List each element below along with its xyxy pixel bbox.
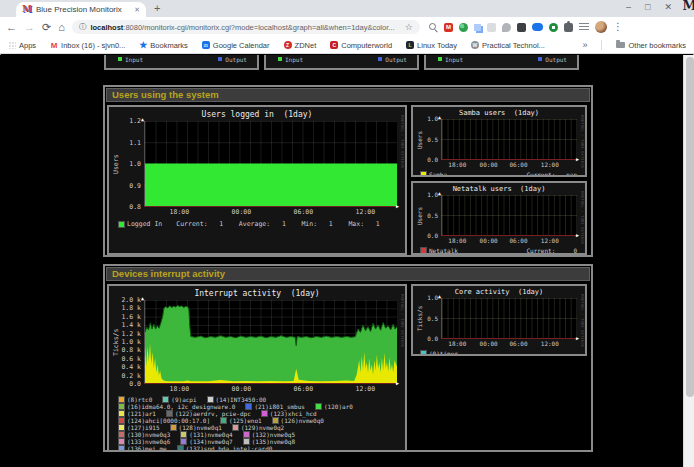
partial-graph-panel[interactable]: Input Output xyxy=(104,55,259,70)
gray-box-extension-icon[interactable] xyxy=(487,23,496,32)
legend-label: Output xyxy=(545,56,567,63)
search-icon[interactable] xyxy=(429,23,438,32)
y-tick-label: 0.4 k xyxy=(121,364,141,370)
legend-label: (124)ahci[0000:00:17.0] xyxy=(127,417,210,424)
y-axis-ticks: 1.00.50.0 xyxy=(423,192,441,239)
legend-row: (130)nvme0q3(131)nvme0q4(132)nvme0q5 xyxy=(119,431,405,438)
bookmark-label: Google Calendar xyxy=(213,41,270,50)
shell-extension-icon[interactable] xyxy=(502,23,511,32)
bookmark-computerworld[interactable]: C Computerworld xyxy=(330,41,392,50)
bookmark-bookmarks[interactable]: ★ Bookmarks xyxy=(139,41,188,50)
minimize-button[interactable]: – xyxy=(626,2,631,12)
partial-graph-panel[interactable]: Input Output xyxy=(264,55,419,70)
reload-icon[interactable]: ⟳ xyxy=(42,22,51,33)
linux-today-icon: L xyxy=(406,41,414,49)
browser-tab[interactable]: M Blue Precision Monitorix ✕ xyxy=(16,2,146,17)
y-axis-label: Ticks/s xyxy=(415,298,423,339)
extensions-puzzle-icon[interactable] xyxy=(564,23,573,32)
bookmark-inbox[interactable]: M Inbox (16) - sjvn0... xyxy=(50,41,125,50)
legend-entry: Netatalk xyxy=(421,247,458,254)
core-activity-plot[interactable]: ▲ ▶ xyxy=(441,298,577,339)
y-axis-arrow-icon: ▲ xyxy=(438,190,441,196)
users-logged-in-panel[interactable]: RRDTOOL / TOBI OETIKER Users logged in (… xyxy=(107,105,407,255)
x-tick-label: 00:00 xyxy=(480,340,498,347)
legend-output: Output xyxy=(218,56,247,68)
legend-color-swatch xyxy=(171,425,176,430)
y-tick-label: 1.0 xyxy=(427,116,438,122)
legend-entry: (129)nvme0q2 xyxy=(233,424,284,431)
bookmark-star-icon[interactable]: ☆ xyxy=(405,22,413,32)
legend-row: (8)rtc0(9)acpi(14)INT3450:00 xyxy=(119,396,405,403)
back-icon[interactable]: ← xyxy=(6,22,17,33)
y-tick-label: 0.0 xyxy=(427,233,438,239)
new-tab-button[interactable]: + xyxy=(154,3,160,14)
users-logged-in-plot[interactable]: ▲ ▶ xyxy=(144,121,397,207)
legend-color-swatch xyxy=(163,397,168,402)
legend-label: Samba xyxy=(429,171,447,177)
legend-entry: (136)mei_me xyxy=(119,445,167,452)
x-tick-label: 06:00 xyxy=(509,161,527,168)
interrupt-activity-plot[interactable]: ▲ ▶ xyxy=(144,300,397,384)
legend-output: Output xyxy=(538,56,567,68)
netatalk-users-plot[interactable]: ▲ ▶ xyxy=(441,195,577,236)
partial-graph-panel[interactable]: Input Output xyxy=(424,55,579,70)
graph-main: Users 1.00.50.0 ▲ ▶ xyxy=(415,195,577,236)
y-tick-label: 0.5 xyxy=(427,316,438,322)
y-axis-ticks: 1.00.50.0 xyxy=(423,116,441,163)
core-activity-panel[interactable]: RRDTOOL / TOBI OETIKER Core activity (1d… xyxy=(411,284,587,356)
legend-label: (21)i801_smbus xyxy=(254,403,305,410)
green-circle-extension-icon[interactable] xyxy=(549,23,558,32)
legend-label: (135)nvme0q8 xyxy=(252,438,295,445)
legend-output: Output xyxy=(378,56,407,68)
blue-oval-extension-icon[interactable] xyxy=(532,23,543,31)
graph-legend: Netatalk Current: 0 xyxy=(421,247,577,254)
info-icon[interactable]: ⓘ xyxy=(79,22,87,32)
url-text[interactable]: localhost:8080/monitorix-cgi/monitorix.c… xyxy=(90,23,400,32)
bookmark-zdnet[interactable]: Z ZDNet xyxy=(284,41,317,50)
section-interrupts-body: RRDTOOL / TOBI OETIKER Interrupt activit… xyxy=(105,282,591,452)
dark-square-extension-icon[interactable] xyxy=(517,23,526,32)
menu-kebab-icon[interactable]: ⋮ xyxy=(613,22,623,32)
scrollbar-thumb[interactable] xyxy=(686,57,694,397)
legend-entry: (122)aerdrv, pcie-dpc xyxy=(167,410,251,417)
y-axis-arrow-icon: ▲ xyxy=(141,295,144,301)
bookmarks-overflow-chevron-icon[interactable]: » xyxy=(582,40,587,50)
interrupt-activity-panel[interactable]: RRDTOOL / TOBI OETIKER Interrupt activit… xyxy=(107,284,407,452)
legend-color-swatch xyxy=(178,446,183,451)
bookmark-linux-today[interactable]: L Linux Today xyxy=(406,41,457,50)
legend-label: (122)aerdrv, pcie-dpc xyxy=(175,410,251,417)
reading-list-icon[interactable] xyxy=(579,23,589,31)
home-icon[interactable]: ⌂ xyxy=(58,22,65,33)
legend-color-swatch xyxy=(119,432,124,437)
bookmark-google-calendar[interactable]: 31 Google Calendar xyxy=(202,41,270,50)
globe-extension-icon[interactable] xyxy=(459,23,468,32)
profile-avatar[interactable] xyxy=(595,21,607,33)
netatalk-users-panel[interactable]: RRDTOOL / TOBI OETIKER Netatalk users (1… xyxy=(411,181,587,255)
y-axis-label: Users xyxy=(415,195,423,236)
tab-close-icon[interactable]: ✕ xyxy=(134,6,140,14)
url-host: localhost xyxy=(90,23,123,32)
address-bar[interactable]: ⓘ localhost:8080/monitorix-cgi/monitorix… xyxy=(72,20,420,34)
other-bookmarks-button[interactable]: Other bookmarks xyxy=(616,41,686,50)
close-button[interactable]: ✕ xyxy=(664,2,672,12)
gmail-extension-icon[interactable]: M xyxy=(444,23,453,32)
legend-entry: (9)acpi xyxy=(163,396,196,403)
legend-label: (121)ar1 xyxy=(127,410,156,417)
rrdtool-watermark: RRDTOOL / TOBI OETIKER xyxy=(580,191,585,244)
pages-extension-icon[interactable] xyxy=(474,24,481,31)
legend-entry: (8)rtc0 xyxy=(119,396,152,403)
page-scrollbar[interactable] xyxy=(683,55,694,467)
y-axis-ticks: 2.0 k1.8 k1.6 k1.4 k1.2 k1.0 k0.8 k0.6 k… xyxy=(120,297,144,387)
x-tick-label: 12:00 xyxy=(356,208,376,216)
graph-legend: Samba Current: -nan xyxy=(421,171,577,177)
legend-label: (129)nvme0q2 xyxy=(241,424,284,431)
y-tick-label: 1.1 xyxy=(129,140,141,146)
x-tick-label: 00:00 xyxy=(480,237,498,244)
maximize-button[interactable]: □ xyxy=(645,2,650,12)
forward-icon[interactable]: → xyxy=(24,22,35,33)
samba-users-plot[interactable]: ▲ ▶ xyxy=(441,119,577,160)
bookmark-apps[interactable]: Apps xyxy=(8,41,36,50)
bookmark-practical-technology[interactable]: W Practical Technol... xyxy=(471,41,545,50)
samba-users-panel[interactable]: RRDTOOL / TOBI OETIKER Samba users (1day… xyxy=(411,105,587,177)
rrdtool-watermark: RRDTOOL / TOBI OETIKER xyxy=(580,294,585,347)
